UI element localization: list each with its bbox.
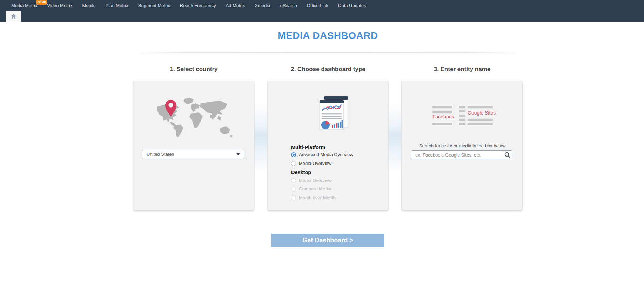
nav-item-reach-frequency[interactable]: Reach Frequency bbox=[175, 3, 221, 8]
tab-bar bbox=[0, 11, 644, 22]
nav-item-label: Plan Metrix bbox=[106, 3, 128, 8]
country-dropdown[interactable]: United States bbox=[142, 150, 244, 159]
nav-item-segment-metrix[interactable]: Segment Metrix bbox=[133, 3, 175, 8]
title-divider bbox=[140, 52, 516, 53]
list-bar bbox=[432, 123, 452, 125]
nav-item-label: Mobile bbox=[82, 3, 95, 8]
radio-label: Media Overview bbox=[299, 161, 331, 166]
search-instruction-label: Search for a site or media in the box be… bbox=[402, 143, 523, 148]
nav-item-label: Xmedia bbox=[255, 3, 270, 8]
page-title: MEDIA DASHBOARD bbox=[133, 30, 523, 41]
nav-item-xmedia[interactable]: Xmedia bbox=[250, 3, 275, 8]
step3-heading: 3. Enter entity name bbox=[401, 66, 523, 73]
list-bar bbox=[459, 119, 465, 121]
nav-item-label: Office Link bbox=[307, 3, 328, 8]
nav-item-label: Segment Metrix bbox=[138, 3, 170, 8]
entity-search-box bbox=[411, 150, 512, 159]
list-bar bbox=[468, 106, 493, 108]
nav-item-label: Media Metrix bbox=[11, 3, 37, 8]
search-icon bbox=[504, 152, 510, 158]
entity-list-illustration: Facebook Google Sites bbox=[432, 105, 493, 127]
top-navigation: Media Metrix NEW! Video Metrix Mobile Pl… bbox=[0, 0, 644, 11]
app-root: Media Metrix NEW! Video Metrix Mobile Pl… bbox=[0, 0, 644, 291]
radio-unselected-icon bbox=[291, 161, 296, 166]
radio-month-over-month: Month over Month bbox=[291, 195, 336, 200]
radio-label: Compare Media bbox=[299, 186, 331, 192]
chevron-down-icon bbox=[236, 153, 240, 155]
nav-item-office-link[interactable]: Office Link bbox=[302, 3, 333, 8]
step2-heading: 2. Choose dashboard type bbox=[267, 66, 389, 73]
nav-item-ad-metrix[interactable]: Ad Metrix bbox=[221, 3, 250, 8]
facebook-label: Facebook bbox=[432, 114, 452, 119]
get-dashboard-button[interactable]: Get Dashboard > bbox=[271, 234, 384, 247]
radio-disabled-icon bbox=[291, 187, 296, 192]
google-sites-label: Google Sites bbox=[468, 110, 496, 116]
report-pages-illustration bbox=[317, 94, 350, 132]
dashboard-type-card: Multi-Platform Advanced Media Overview M… bbox=[267, 81, 389, 210]
nav-item-label: Reach Frequency bbox=[180, 3, 216, 8]
list-bar bbox=[432, 111, 452, 113]
world-map-illustration bbox=[154, 96, 233, 138]
radio-advanced-media-overview[interactable]: Advanced Media Overview bbox=[291, 152, 353, 157]
nav-item-qsearch[interactable]: qSearch bbox=[275, 3, 302, 8]
nav-item-label: Video Metrix bbox=[47, 3, 72, 8]
list-bar bbox=[459, 106, 465, 108]
nav-item-data-updates[interactable]: Data Updates bbox=[333, 3, 371, 8]
search-button[interactable] bbox=[502, 151, 512, 159]
radio-disabled-icon bbox=[291, 195, 296, 200]
nav-item-label: qSearch bbox=[280, 3, 297, 8]
nav-item-video-metrix[interactable]: Video Metrix bbox=[42, 3, 77, 8]
radio-selected-icon bbox=[291, 152, 296, 157]
radio-compare-media: Compare Media bbox=[291, 186, 331, 192]
list-bar bbox=[459, 123, 465, 125]
group-multi-platform-label: Multi-Platform bbox=[291, 145, 325, 150]
radio-label: Month over Month bbox=[299, 195, 336, 200]
list-bar bbox=[468, 123, 493, 125]
radio-disabled-icon bbox=[291, 178, 296, 183]
step1-heading: 1. Select country bbox=[133, 66, 255, 73]
entity-card: Facebook Google Sites Search for a site … bbox=[401, 81, 523, 210]
country-card: United States bbox=[133, 81, 254, 210]
list-bar bbox=[459, 115, 465, 117]
home-icon bbox=[11, 14, 16, 19]
list-bar bbox=[459, 110, 465, 112]
nav-item-plan-metrix[interactable]: Plan Metrix bbox=[101, 3, 133, 8]
entity-search-input[interactable] bbox=[411, 152, 502, 158]
nav-item-mobile[interactable]: Mobile bbox=[77, 3, 100, 8]
nav-item-label: Data Updates bbox=[338, 3, 366, 8]
radio-media-overview-desktop: Media Overview bbox=[291, 178, 331, 183]
group-desktop-label: Desktop bbox=[291, 169, 311, 175]
radio-label: Media Overview bbox=[299, 178, 331, 183]
radio-label: Advanced Media Overview bbox=[299, 152, 353, 157]
nav-item-label: Ad Metrix bbox=[226, 3, 245, 8]
radio-media-overview-multiplatform[interactable]: Media Overview bbox=[291, 161, 331, 166]
list-bar bbox=[432, 106, 452, 108]
list-bar bbox=[468, 119, 493, 121]
country-dropdown-value: United States bbox=[147, 152, 236, 157]
tab-home[interactable] bbox=[6, 11, 21, 22]
nav-item-media-metrix[interactable]: Media Metrix NEW! bbox=[6, 3, 42, 8]
